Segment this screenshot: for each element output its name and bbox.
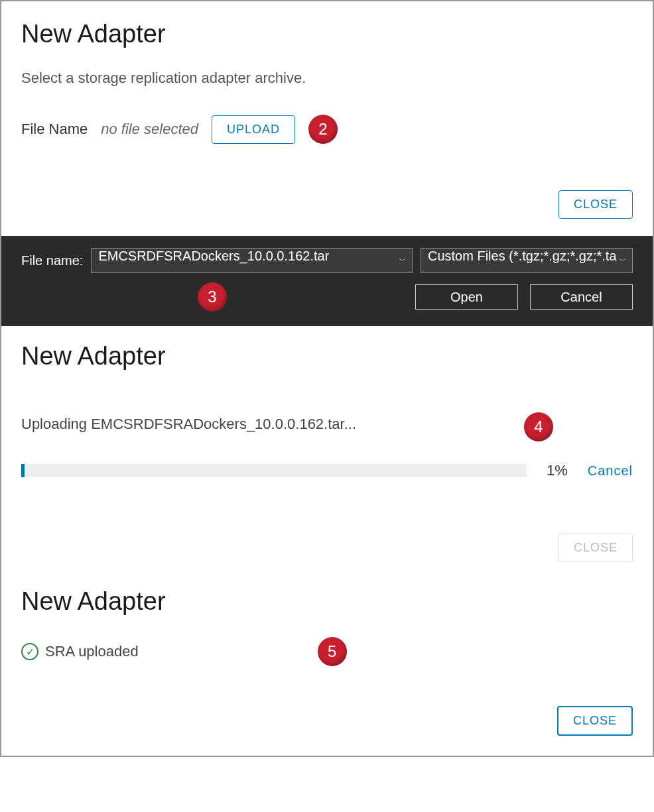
open-button[interactable]: Open [415, 284, 518, 310]
success-check-icon: ✓ [21, 643, 38, 660]
file-type-filter-value: Custom Files (*.tgz;*.gz;*.gz;*.ta [428, 249, 617, 263]
step-marker-2: 2 [308, 115, 338, 144]
step-marker-5: 5 [318, 637, 347, 666]
dialog-title: New Adapter [21, 587, 633, 616]
close-button[interactable]: Close [557, 706, 633, 736]
chevron-down-icon: ﹀ [399, 255, 407, 266]
dialog-subtitle: Select a storage replication adapter arc… [21, 70, 633, 87]
dialog-title: New Adapter [21, 342, 166, 371]
uploading-status-text: Uploading EMCSRDFSRADockers_10.0.0.162.t… [21, 416, 356, 433]
cancel-button[interactable]: Cancel [530, 284, 633, 310]
close-button[interactable]: Close [558, 190, 633, 219]
no-file-selected-text: no file selected [101, 121, 198, 138]
upload-button[interactable]: Upload [212, 115, 295, 144]
cancel-upload-link[interactable]: Cancel [588, 463, 633, 479]
file-name-combobox[interactable]: EMCSRDFSRADockers_10.0.0.162.tar ﹀ [91, 248, 413, 273]
file-name-value: EMCSRDFSRADockers_10.0.0.162.tar [98, 249, 329, 263]
new-adapter-done-panel: New Adapter ✓ SRA uploaded 5 Close [1, 579, 653, 756]
new-adapter-select-panel: New Adapter Select a storage replication… [1, 1, 653, 190]
file-name-label: File Name [21, 121, 88, 138]
os-file-picker-bar: File name: EMCSRDFSRADockers_10.0.0.162.… [1, 236, 653, 326]
upload-percent: 1% [547, 462, 568, 479]
step-marker-4: 4 [524, 412, 553, 441]
new-adapter-uploading-panel: New Adapter Uploading EMCSRDFSRADockers_… [1, 326, 653, 534]
file-type-filter-combobox[interactable]: Custom Files (*.tgz;*.gz;*.gz;*.ta ﹀ [421, 248, 633, 273]
close-button-disabled: Close [558, 534, 633, 562]
chevron-down-icon: ﹀ [619, 255, 627, 266]
step-marker-3: 3 [198, 282, 227, 312]
dialog-title: New Adapter [21, 20, 633, 48]
file-name-label: File name: [21, 253, 83, 268]
sra-uploaded-text: SRA uploaded [45, 643, 139, 660]
upload-progress-bar [21, 464, 527, 477]
